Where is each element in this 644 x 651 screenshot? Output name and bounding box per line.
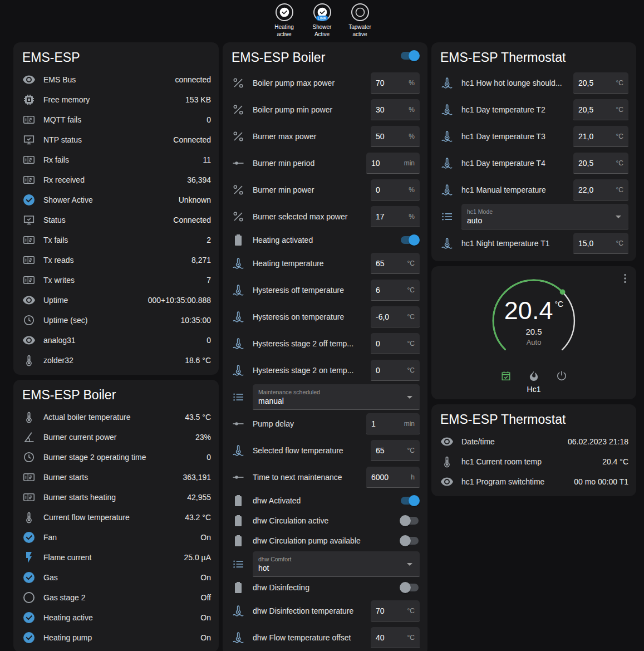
entity-list: Actual boiler temperature43.5 °CBurner c… (13, 406, 219, 651)
check-circle-icon[interactable]: LINK (313, 3, 331, 21)
number-unit: min (404, 420, 415, 428)
select-input[interactable]: Maintenance scheduledmanual (253, 384, 420, 410)
number-input[interactable]: -6,0°C (371, 306, 420, 327)
number-input[interactable]: 70°C (371, 600, 420, 621)
toggle-switch[interactable] (400, 234, 420, 246)
entity-row[interactable]: EMS Busconnected (13, 70, 219, 90)
entity-name: hc1 Manual temperature (461, 185, 568, 194)
entity-name: Rx fails (43, 155, 197, 164)
entity-row[interactable]: FanOn (13, 527, 219, 547)
entity-row[interactable]: StatusConnected (13, 210, 219, 230)
percent-icon (232, 103, 245, 116)
number-input[interactable]: 0% (371, 179, 420, 200)
entity-row[interactable]: Free memory153 KB (13, 90, 219, 110)
number-input[interactable]: 10min (366, 153, 420, 174)
entity-row[interactable]: analog310 (13, 330, 219, 350)
entity-row[interactable]: Burner starts363,191 (13, 467, 219, 487)
entity-name: hc1 Program switchtime (461, 477, 568, 486)
number-value: 0 (376, 339, 380, 348)
check-circle-icon[interactable] (276, 3, 293, 21)
entity-row: Heating activated (223, 230, 427, 250)
dots-vertical-icon[interactable] (618, 272, 632, 285)
number-input[interactable]: 65°C (371, 440, 420, 461)
number-input[interactable]: 21,0°C (573, 126, 628, 147)
entity-row[interactable]: Date/time06.02.2023 21:18 (431, 432, 636, 452)
number-input[interactable]: 40°C (371, 627, 420, 648)
number-input[interactable]: 0°C (371, 360, 420, 381)
entity-row: Burner max power50% (223, 123, 427, 150)
entity-row: hc1 Night temperature T115,0°C (431, 230, 636, 257)
circle-outline-icon[interactable] (351, 3, 369, 21)
number-input[interactable]: 1min (366, 413, 420, 434)
card-toggle-switch[interactable] (400, 50, 420, 61)
number-input[interactable]: 20,5°C (573, 99, 628, 120)
number-input[interactable]: 17% (371, 206, 420, 227)
entity-row[interactable]: Burner stage 2 operating time0 (13, 447, 219, 467)
number-input[interactable]: 22,0°C (573, 179, 628, 200)
entity-row[interactable]: Heating pumpOn (13, 628, 219, 648)
number-input[interactable]: 70% (371, 72, 420, 94)
number-unit: °C (616, 239, 623, 247)
battery-icon (232, 494, 245, 507)
number-input[interactable]: 6°C (371, 280, 420, 301)
number-input[interactable]: 0°C (371, 333, 420, 354)
number-input[interactable]: 30% (371, 99, 420, 120)
entity-row[interactable]: zolder3218.6 °C (13, 350, 219, 370)
toggle-switch[interactable] (400, 582, 420, 593)
entity-name: Actual boiler temperature (43, 413, 179, 422)
entity-row[interactable]: GasOn (13, 567, 219, 588)
number-input[interactable]: 6000h (366, 467, 420, 488)
number-input[interactable]: 50% (371, 126, 420, 147)
column-right: EMS-ESP Thermostat hc1 How hot lounge sh… (431, 42, 636, 501)
toggle-switch[interactable] (400, 495, 420, 506)
entity-value: 23% (195, 433, 211, 442)
number-unit: °C (407, 260, 415, 267)
entity-row[interactable]: Rx received36,394 (13, 170, 219, 190)
number-unit: °C (616, 79, 623, 87)
clock-icon (22, 314, 36, 327)
entity-row[interactable]: Gas stage 2Off (13, 588, 219, 608)
list-icon (232, 390, 245, 404)
entity-row[interactable]: Current flow temperature43.2 °C (13, 507, 219, 527)
entity-row[interactable]: Tx reads8,271 (13, 250, 219, 270)
select-input[interactable]: hc1 Modeauto (461, 204, 628, 229)
entity-row[interactable]: Actual boiler temperature43.5 °C (13, 407, 219, 427)
number-value: 30 (376, 105, 385, 114)
card-header: EMS-ESP Boiler (223, 42, 427, 68)
entity-row[interactable]: Heating activeOn (13, 608, 219, 628)
toggle-switch[interactable] (400, 515, 420, 526)
entity-row[interactable]: Rx fails11 (13, 150, 219, 170)
entity-row[interactable]: Burner starts heating42,955 (13, 487, 219, 507)
entity-row[interactable]: Burner current power23% (13, 427, 219, 447)
select-input[interactable]: dhw Comforthot (253, 551, 420, 577)
entity-name: Tx reads (43, 256, 186, 265)
entity-row[interactable]: Flame current25.0 µA (13, 547, 219, 567)
calendar-check-icon[interactable] (500, 370, 512, 382)
thermo-water-icon (232, 283, 245, 297)
number-input[interactable]: 65°C (371, 253, 420, 274)
eye-icon (440, 435, 454, 448)
fire-icon[interactable] (528, 370, 540, 382)
power-icon[interactable] (555, 370, 568, 382)
number-value: 65 (376, 259, 385, 268)
entity-row[interactable]: MQTT fails0 (13, 110, 219, 130)
entity-row[interactable]: Tx writes7 (13, 270, 219, 290)
entity-row[interactable]: Uptime (sec)10:35:00 (13, 310, 219, 330)
number-unit: % (409, 133, 415, 140)
number-input[interactable]: 15,0°C (573, 233, 628, 254)
entity-row[interactable]: Tx fails2 (13, 230, 219, 250)
entity-value: 363,191 (183, 473, 211, 482)
entity-name: Burner current power (43, 433, 190, 442)
entity-row[interactable]: hc1 Current room temp20.4 °C (431, 452, 636, 472)
entity-row[interactable]: Shower ActiveUnknown (13, 190, 219, 210)
circle-outline-icon (22, 591, 36, 604)
entity-row[interactable]: NTP statusConnected (13, 130, 219, 150)
number-input[interactable]: 20,5°C (573, 153, 628, 174)
entity-name: Fan (43, 533, 195, 542)
entity-row[interactable]: Uptime000+10:35:00.888 (13, 290, 219, 310)
number-input[interactable]: 20,5°C (573, 72, 628, 94)
toggle-switch[interactable] (400, 535, 420, 546)
counter-icon (22, 253, 36, 267)
thermostat-dial[interactable]: 20.4°C 20.5 Auto (486, 273, 582, 369)
entity-row[interactable]: hc1 Program switchtime00 mo 00:00 T1 (431, 472, 636, 492)
